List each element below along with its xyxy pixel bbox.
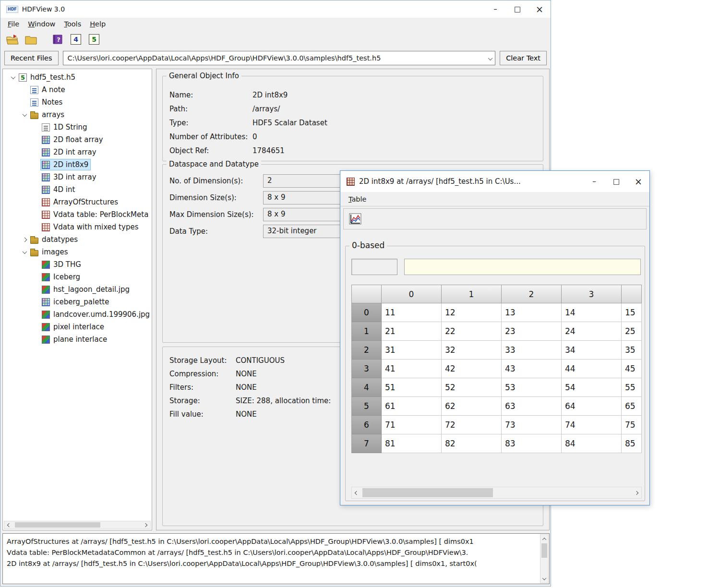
tree-item-pixel-interlace[interactable]: pixel interlace: [3, 321, 152, 333]
table-cell[interactable]: 12: [442, 303, 502, 322]
table-cell[interactable]: 63: [502, 397, 562, 416]
scroll-right-icon[interactable]: [141, 521, 150, 528]
tree-item-1d-string[interactable]: 1D String: [3, 121, 152, 133]
popup-maximize-button[interactable]: □: [605, 171, 627, 192]
tree-item-4d-int[interactable]: 4D int: [3, 183, 152, 196]
file-path-combobox[interactable]: C:\Users\lori.cooper\AppData\Local\Apps\…: [63, 51, 496, 65]
table-cell[interactable]: 81: [382, 434, 442, 453]
hdf5-button[interactable]: 5: [87, 33, 101, 46]
scrollbar-thumb[interactable]: [362, 488, 493, 497]
table-cell[interactable]: 42: [442, 360, 502, 378]
table-cell[interactable]: 52: [442, 378, 502, 397]
tree-item-vdata-with-mixed-types[interactable]: Vdata with mixed types: [3, 221, 152, 233]
table-cell[interactable]: 83: [502, 434, 562, 453]
popup-minimize-button[interactable]: –: [583, 171, 605, 192]
tree-item-arrayofstructures[interactable]: ArrayOfStructures: [3, 196, 152, 208]
row-header-0[interactable]: 0: [352, 303, 382, 322]
scrollbar-thumb[interactable]: [15, 522, 100, 528]
tree-item-a-note[interactable]: A note: [3, 84, 152, 96]
table-cell[interactable]: 84: [562, 434, 622, 453]
scroll-left-icon[interactable]: [352, 487, 361, 498]
table-cell[interactable]: 31: [382, 341, 442, 360]
tree-collapse-icon[interactable]: [20, 251, 29, 254]
tree-item-3d-thg[interactable]: 3D THG: [3, 258, 152, 271]
cell-reference-field[interactable]: [351, 259, 397, 275]
tree-item-hdf5-test-h5[interactable]: 5hdf5_test.h5: [3, 71, 152, 84]
line-plot-button[interactable]: [348, 212, 362, 226]
tree-item-landcover-umd-199906-jpg[interactable]: landcover.umd.199906.jpg: [3, 308, 152, 321]
table-cell[interactable]: 55: [622, 378, 642, 397]
column-header-1[interactable]: 1: [442, 285, 502, 303]
scrollbar-track[interactable]: [540, 543, 548, 575]
row-header-6[interactable]: 6: [352, 416, 382, 434]
open-file-button[interactable]: [5, 33, 20, 46]
row-header-2[interactable]: 2: [352, 341, 382, 360]
tree-horizontal-scrollbar[interactable]: [4, 521, 151, 529]
table-cell[interactable]: 11: [382, 303, 442, 322]
table-cell[interactable]: 65: [622, 397, 642, 416]
popup-close-button[interactable]: ×: [627, 171, 649, 192]
tree-item-2d-int8x9[interactable]: 2D int8x9: [3, 158, 152, 171]
row-header-4[interactable]: 4: [352, 378, 382, 397]
row-header-3[interactable]: 3: [352, 360, 382, 378]
table-cell[interactable]: 54: [562, 378, 622, 397]
scroll-down-icon[interactable]: [540, 575, 548, 583]
combo-dropdown-icon[interactable]: [489, 54, 492, 62]
main-titlebar[interactable]: HDF HDFView 3.0 – □ ×: [0, 0, 551, 18]
tree-collapse-icon[interactable]: [9, 76, 17, 79]
table-cell[interactable]: 74: [562, 416, 622, 434]
tree-item-datatypes[interactable]: datatypes: [3, 233, 152, 246]
table-cell[interactable]: 13: [502, 303, 562, 322]
table-cell[interactable]: 72: [442, 416, 502, 434]
tree-item-arrays[interactable]: arrays: [3, 108, 152, 121]
log-text[interactable]: ArrayOfStructures at /arrays/ [hdf5_test…: [3, 534, 549, 569]
tree-item-2d-float-array[interactable]: 2D float array: [3, 133, 152, 146]
table-cell[interactable]: 45: [622, 360, 642, 378]
table-cell[interactable]: 32: [442, 341, 502, 360]
popup-titlebar[interactable]: 2D int8x9 at /arrays/ [hdf5_test.h5 in C…: [340, 171, 649, 192]
scroll-left-icon[interactable]: [4, 521, 14, 528]
column-header-2[interactable]: 2: [502, 285, 562, 303]
column-header-partial[interactable]: [622, 285, 642, 303]
table-corner-cell[interactable]: [352, 285, 382, 303]
tree-expand-icon[interactable]: [20, 238, 29, 241]
column-header-3[interactable]: 3: [562, 285, 622, 303]
tree-item-3d-int-array[interactable]: 3D int array: [3, 171, 152, 183]
table-cell[interactable]: 41: [382, 360, 442, 378]
row-header-1[interactable]: 1: [352, 322, 382, 341]
help-button[interactable]: ?: [50, 33, 65, 46]
menu-table[interactable]: Table: [344, 194, 371, 204]
scroll-up-icon[interactable]: [540, 535, 548, 543]
tree-item-iceberg[interactable]: Iceberg: [3, 271, 152, 283]
tree-item-images[interactable]: images: [3, 246, 152, 258]
tree-item-iceberg-palette[interactable]: iceberg_palette: [3, 296, 152, 308]
menu-tools[interactable]: Tools: [60, 19, 85, 29]
scroll-right-icon[interactable]: [632, 487, 641, 498]
hdf4-button[interactable]: 4: [69, 33, 83, 46]
table-cell[interactable]: 21: [382, 322, 442, 341]
table-cell[interactable]: 43: [502, 360, 562, 378]
close-file-button[interactable]: [24, 33, 38, 46]
table-cell[interactable]: 73: [502, 416, 562, 434]
table-cell[interactable]: 51: [382, 378, 442, 397]
scrollbar-track[interactable]: [361, 487, 632, 498]
table-cell[interactable]: 64: [562, 397, 622, 416]
tree-item-2d-int-array[interactable]: 2D int array: [3, 146, 152, 158]
tree-item-plane-interlace[interactable]: plane interlace: [3, 333, 152, 346]
table-cell[interactable]: 61: [382, 397, 442, 416]
table-cell[interactable]: 15: [622, 303, 642, 322]
menu-help[interactable]: Help: [85, 19, 110, 29]
table-cell[interactable]: 71: [382, 416, 442, 434]
table-cell[interactable]: 22: [442, 322, 502, 341]
maximize-button[interactable]: □: [506, 0, 528, 18]
scrollbar-thumb[interactable]: [541, 543, 547, 558]
recent-files-button[interactable]: Recent Files: [4, 51, 59, 65]
table-cell[interactable]: 33: [502, 341, 562, 360]
table-cell[interactable]: 34: [562, 341, 622, 360]
tree-collapse-icon[interactable]: [20, 113, 29, 117]
cell-value-field[interactable]: [404, 259, 641, 275]
table-cell[interactable]: 75: [622, 416, 642, 434]
clear-text-button[interactable]: Clear Text: [500, 51, 547, 65]
column-header-0[interactable]: 0: [382, 285, 442, 303]
log-vertical-scrollbar[interactable]: [540, 534, 549, 583]
